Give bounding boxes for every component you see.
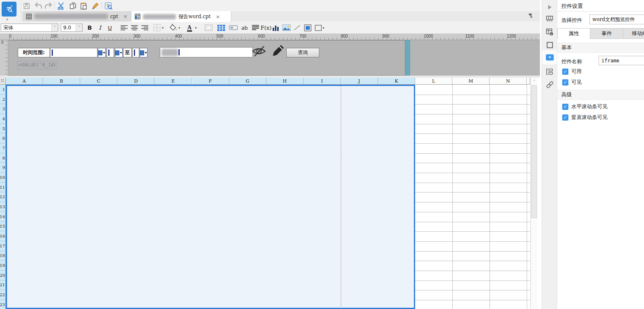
logo-dropdown-caret[interactable]: ▾ (6, 17, 8, 21)
tab-events[interactable]: 事件 (590, 28, 623, 39)
float-element-icon[interactable] (542, 39, 557, 51)
app-logo-button[interactable] (2, 2, 17, 17)
scrollbar-thumb[interactable] (531, 85, 537, 218)
date-picker-button[interactable] (115, 48, 123, 57)
find-replace-icon[interactable]: T (104, 2, 113, 10)
select-widget-dropdown[interactable]: word文档预览控件 (589, 14, 644, 24)
eye-slash-icon[interactable] (252, 45, 266, 57)
column-header-F[interactable]: F (192, 78, 229, 85)
fill-color-icon[interactable] (168, 23, 178, 32)
cell-element-icon[interactable]: i (542, 26, 557, 38)
row-header-2[interactable]: 2 (0, 95, 6, 105)
close-icon[interactable]: × (216, 14, 220, 20)
row-header-22[interactable]: 22 (0, 290, 6, 300)
row-header-3[interactable]: 3 (0, 104, 6, 114)
column-header-M[interactable]: M (452, 78, 490, 85)
line-tool-icon[interactable] (292, 23, 302, 32)
row-header-8[interactable]: 8 (0, 153, 6, 163)
align-right-icon[interactable] (140, 23, 150, 32)
checkbox-enabled[interactable]: ✓ 可用 (562, 68, 582, 75)
row-header-16[interactable]: 16 (0, 231, 6, 241)
redo-icon[interactable] (44, 2, 53, 10)
date-picker-button[interactable] (98, 48, 106, 57)
hyperlink-icon[interactable] (542, 78, 557, 91)
row-header-10[interactable]: 10 (0, 173, 6, 183)
merge-cells-icon[interactable] (203, 23, 214, 32)
textfield-widget-icon[interactable] (228, 23, 239, 32)
end-date-input[interactable] (132, 48, 139, 57)
border-dropdown-caret[interactable]: ▾ (162, 26, 164, 30)
align-center-icon[interactable] (129, 23, 139, 32)
framed-image-icon[interactable] (302, 23, 313, 32)
fill-color-dropdown-caret[interactable]: ▾ (178, 26, 180, 30)
tab-list-expand-icon[interactable] (527, 12, 534, 19)
row-header-18[interactable]: 18 (0, 251, 6, 261)
insert-shape-icon[interactable] (314, 23, 323, 32)
keyword-input[interactable] (160, 47, 253, 57)
column-header-C[interactable]: C (80, 78, 117, 85)
checkbox-vscroll-visible[interactable]: ✓ 竖直滚动条可见 (562, 114, 608, 121)
cut-icon[interactable] (56, 2, 65, 10)
column-header-H[interactable]: H (266, 78, 304, 85)
start-date-input[interactable] (50, 48, 97, 57)
row-header-17[interactable]: 17 (0, 241, 6, 251)
save-icon[interactable] (22, 2, 31, 10)
font-family-select[interactable]: 宋体 ˅ (1, 24, 58, 32)
formula-widget-icon[interactable]: F(x) (260, 23, 272, 32)
pane-resize-handle[interactable] (405, 40, 410, 76)
image-icon[interactable] (281, 23, 292, 32)
column-header-G[interactable]: G (229, 78, 266, 85)
row-header-9[interactable]: 9 (0, 163, 6, 173)
row-header-6[interactable]: 6 (0, 133, 6, 143)
column-header-A[interactable]: A (6, 78, 43, 85)
font-color-icon[interactable]: A (185, 23, 195, 32)
row-header-19[interactable]: 19 (0, 261, 6, 271)
text-widget-icon[interactable]: ab (240, 23, 250, 32)
row-header-14[interactable]: 14 (0, 212, 6, 222)
row-header-12[interactable]: 12 (0, 192, 6, 202)
selected-cell-region[interactable] (6, 85, 415, 309)
column-header-K[interactable]: K (378, 78, 415, 85)
font-size-select[interactable]: 9.0 ˅ (61, 24, 83, 32)
border-icon[interactable] (152, 23, 162, 32)
insert-table-icon[interactable] (215, 23, 227, 32)
undo-icon[interactable] (34, 2, 43, 10)
widget-name-input[interactable]: iframe (599, 56, 644, 65)
row-header-1[interactable]: 1 (0, 85, 6, 95)
copy-icon[interactable] (68, 2, 77, 10)
cell-attribute-icon[interactable] (542, 12, 557, 25)
start-time-input[interactable] (107, 48, 114, 57)
tab-mobile[interactable]: 移动端 (623, 28, 644, 39)
edit-pencil-icon[interactable] (270, 43, 286, 59)
row-header-23[interactable]: 23 (0, 300, 6, 309)
column-header-D[interactable]: D (117, 78, 154, 85)
paste-icon[interactable] (79, 2, 88, 10)
column-header-B[interactable]: B (43, 78, 80, 85)
vertical-scrollbar[interactable]: ⌃ (530, 78, 537, 309)
condition-attribute-icon[interactable] (542, 65, 557, 78)
tab-document-2[interactable]: 报告word.cpt × (131, 11, 231, 22)
row-header-21[interactable]: 21 (0, 280, 6, 290)
widget-settings-icon-active[interactable] (542, 50, 557, 64)
row-header-15[interactable]: 15 (0, 222, 6, 232)
row-header-11[interactable]: 11 (0, 183, 6, 193)
checkbox-hscroll-visible[interactable]: ✓ 水平滚动条可见 (562, 103, 608, 110)
select-all-corner[interactable] (0, 78, 6, 85)
row-header-13[interactable]: 13 (0, 202, 6, 212)
row-header-20[interactable]: 20 (0, 271, 6, 280)
tab-document-1[interactable]: cpt × (23, 11, 131, 21)
insert-shape-dropdown-caret[interactable]: ▾ (323, 26, 324, 30)
column-header-I[interactable]: I (304, 78, 341, 85)
font-color-dropdown-caret[interactable]: ▾ (195, 26, 197, 30)
checkbox-visible[interactable]: ✓ 可见 (562, 79, 582, 86)
row-header-4[interactable]: 4 (0, 114, 6, 124)
column-header-N[interactable]: N (490, 78, 527, 85)
column-header-L[interactable]: L (415, 78, 452, 85)
italic-button[interactable]: I (96, 23, 104, 32)
tab-properties[interactable]: 属性 (557, 28, 590, 39)
column-header-J[interactable]: J (341, 78, 378, 85)
formula-text[interactable]: =VALUE(″0_1科 (17, 61, 57, 69)
row-header-5[interactable]: 5 (0, 124, 6, 134)
row-header-7[interactable]: 7 (0, 143, 6, 153)
bold-button[interactable]: B (85, 23, 94, 32)
